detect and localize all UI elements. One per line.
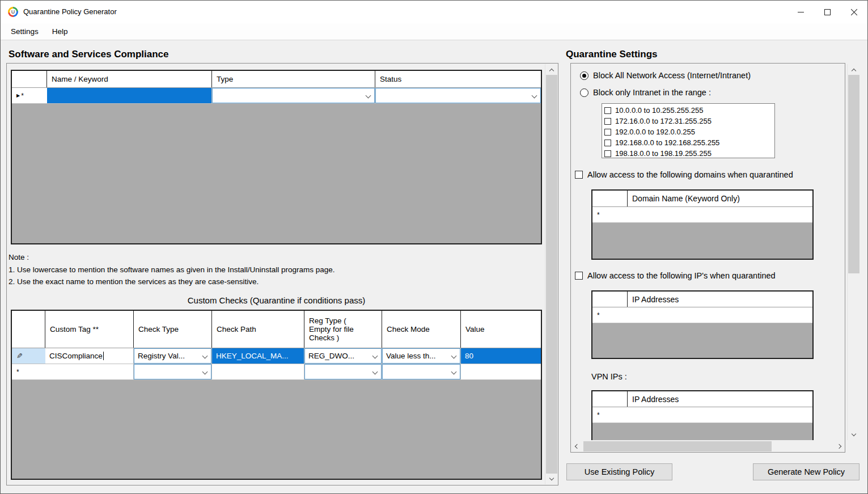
reg-type-dropdown[interactable]: REG_DWO... bbox=[304, 348, 382, 364]
chevron-down-icon bbox=[372, 369, 378, 375]
software-status-dropdown[interactable] bbox=[375, 88, 541, 103]
check-type-dropdown-empty[interactable] bbox=[134, 364, 211, 379]
custom-tag-cell-empty[interactable] bbox=[45, 364, 134, 379]
ip-range-item-1[interactable]: 172.16.0.0 to 172.31.255.255 bbox=[604, 116, 774, 126]
ip-range-item-3[interactable]: 192.168.0.0 to 192.168.255.255 bbox=[604, 137, 774, 148]
radio-block-intranet-range[interactable]: Block only Intranet in the range : bbox=[580, 88, 711, 97]
ip-grid-row-header[interactable]: * bbox=[592, 307, 628, 323]
ip-address-cell[interactable] bbox=[628, 307, 812, 323]
custom-grid-empty-area bbox=[12, 380, 541, 479]
software-grid-header-type[interactable]: Type bbox=[212, 71, 375, 87]
software-type-dropdown[interactable] bbox=[212, 88, 375, 103]
chevron-down-icon bbox=[372, 353, 378, 359]
value-cell-empty[interactable] bbox=[461, 364, 541, 379]
chevron-up-icon bbox=[852, 68, 856, 73]
domain-grid-row-header[interactable]: * bbox=[592, 207, 628, 222]
check-mode-dropdown-empty[interactable] bbox=[382, 364, 460, 379]
maximize-button[interactable] bbox=[814, 1, 841, 23]
check-mode-cell: Value less th... bbox=[382, 348, 461, 364]
vpn-grid-row-header[interactable]: * bbox=[592, 407, 628, 423]
vpn-grid-header[interactable]: IP Addresses bbox=[628, 391, 812, 407]
right-scrollbar-thumb[interactable] bbox=[848, 75, 859, 273]
vpn-ips-label: VPN IPs : bbox=[591, 372, 627, 381]
custom-grid-row1-header[interactable]: ✎ bbox=[12, 348, 45, 364]
vpn-grid-corner-header bbox=[592, 391, 628, 407]
domain-grid-corner-header bbox=[592, 191, 628, 206]
ip-range-item-4[interactable]: 198.18.0.0 to 198.19.255.255 bbox=[604, 148, 774, 159]
current-row-icon: ▶ bbox=[16, 93, 20, 98]
check-path-cell[interactable]: HKEY_LOCAL_MA... bbox=[212, 348, 304, 364]
left-scrollbar-thumb[interactable] bbox=[546, 75, 557, 474]
ip-grid-header[interactable]: IP Addresses bbox=[628, 292, 812, 307]
custom-grid-header-check-mode[interactable]: Check Mode bbox=[382, 311, 461, 348]
generate-new-policy-button[interactable]: Generate New Policy bbox=[753, 463, 859, 480]
software-grid-row-header[interactable]: ▶ * bbox=[12, 88, 47, 103]
vpn-grid-header-row: IP Addresses bbox=[592, 391, 812, 407]
ip-range-item-2[interactable]: 192.0.0.0 to 192.0.0.255 bbox=[604, 126, 774, 137]
close-icon bbox=[850, 9, 858, 16]
app-window: Quarantine Policy Generator Settings Hel… bbox=[0, 0, 868, 494]
text-caret bbox=[103, 352, 104, 360]
chevron-down-icon bbox=[451, 353, 457, 359]
minimize-icon bbox=[798, 12, 804, 12]
check-path-cell-empty[interactable] bbox=[212, 364, 304, 379]
custom-checks-grid: Custom Tag ** Check Type Check Path Reg … bbox=[11, 310, 542, 480]
scroll-down-button[interactable] bbox=[545, 474, 558, 484]
software-type-cell bbox=[212, 88, 375, 103]
maximize-icon bbox=[824, 9, 831, 15]
close-button[interactable] bbox=[841, 1, 867, 23]
vpn-ip-cell[interactable] bbox=[628, 407, 812, 423]
ip-grid-new-row: * bbox=[592, 307, 812, 323]
software-grid-header-status[interactable]: Status bbox=[375, 71, 541, 87]
scroll-right-button[interactable] bbox=[835, 441, 845, 452]
check-type-dropdown[interactable]: Registry Val... bbox=[134, 348, 211, 364]
custom-grid-header-check-type[interactable]: Check Type bbox=[134, 311, 212, 348]
window-title: Quarantine Policy Generator bbox=[23, 7, 117, 16]
custom-grid-header-check-path[interactable]: Check Path bbox=[212, 311, 304, 348]
menu-settings[interactable]: Settings bbox=[4, 23, 45, 40]
checkbox-icon bbox=[604, 140, 611, 146]
use-existing-policy-button[interactable]: Use Existing Policy bbox=[566, 463, 672, 480]
chevron-down-icon bbox=[451, 369, 457, 375]
custom-grid-header-reg-type[interactable]: Reg Type ( Empty for file Checks ) bbox=[304, 311, 382, 348]
checkbox-icon bbox=[575, 171, 583, 179]
domain-name-cell[interactable] bbox=[628, 207, 812, 222]
vpn-ip-grid: IP Addresses * bbox=[591, 390, 814, 440]
allowed-ip-grid: IP Addresses * bbox=[591, 290, 814, 359]
scroll-left-button[interactable] bbox=[571, 441, 581, 452]
custom-grid-header-value[interactable]: Value bbox=[461, 311, 541, 348]
chevron-up-icon bbox=[549, 68, 554, 73]
scroll-up-button[interactable] bbox=[848, 64, 860, 75]
radio-block-all-network[interactable]: Block All Network Access (Internet/Intra… bbox=[580, 71, 751, 80]
chevron-down-icon bbox=[202, 353, 208, 359]
software-grid-header-name[interactable]: Name / Keyword bbox=[47, 71, 212, 87]
software-name-cell[interactable] bbox=[47, 88, 212, 103]
allow-domains-checkbox[interactable]: Allow access to the following domains wh… bbox=[575, 170, 793, 179]
checkbox-icon bbox=[604, 150, 611, 157]
scroll-down-button[interactable] bbox=[848, 429, 860, 440]
custom-grid-header-tag[interactable]: Custom Tag ** bbox=[45, 311, 134, 348]
check-mode-cell-empty bbox=[382, 364, 461, 379]
ip-grid-header-row: IP Addresses bbox=[592, 292, 812, 307]
reg-type-cell: REG_DWO... bbox=[304, 348, 382, 364]
check-mode-dropdown[interactable]: Value less th... bbox=[382, 348, 460, 364]
note-block: Note : 1. Use lowercase to mention the s… bbox=[9, 251, 335, 288]
custom-tag-cell[interactable]: CISCompliance bbox=[45, 348, 134, 364]
edit-pencil-icon: ✎ bbox=[16, 352, 23, 360]
menu-help[interactable]: Help bbox=[45, 23, 75, 40]
software-status-cell bbox=[375, 88, 541, 103]
horizontal-scrollbar-thumb[interactable] bbox=[583, 441, 772, 451]
minimize-button[interactable] bbox=[787, 1, 814, 23]
radio-block-all-label: Block All Network Access (Internet/Intra… bbox=[593, 71, 751, 80]
scroll-up-button[interactable] bbox=[545, 64, 558, 75]
ip-range-item-0[interactable]: 10.0.0.0 to 10.255.255.255 bbox=[604, 105, 774, 116]
value-cell[interactable]: 80 bbox=[461, 348, 541, 364]
custom-grid-new-row-header[interactable]: * bbox=[12, 364, 45, 379]
domain-grid: Domain Name (Keyword Only) * bbox=[591, 189, 814, 260]
allow-ips-checkbox[interactable]: Allow access to the following IP's when … bbox=[575, 271, 776, 280]
chevron-down-icon bbox=[852, 431, 856, 436]
chevron-down-icon bbox=[532, 93, 537, 99]
domain-grid-header[interactable]: Domain Name (Keyword Only) bbox=[628, 191, 812, 206]
chevron-down-icon bbox=[202, 369, 208, 375]
reg-type-dropdown-empty[interactable] bbox=[304, 364, 382, 379]
